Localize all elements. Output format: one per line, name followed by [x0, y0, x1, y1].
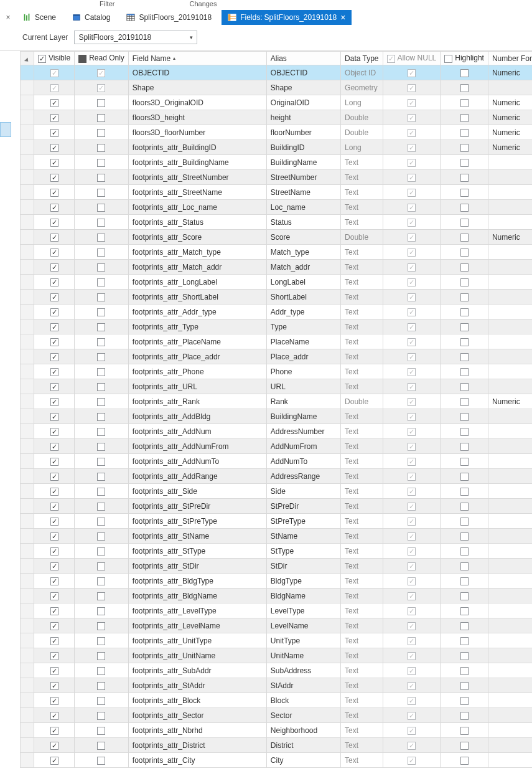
readonly-cell[interactable] [75, 559, 129, 574]
table-row[interactable]: footprints_attr_TypeTypeText [21, 319, 533, 334]
fieldname-cell[interactable]: footprints_attr_BuildingID [128, 140, 266, 155]
checkbox-icon[interactable] [50, 652, 58, 660]
fieldname-cell[interactable]: footprints_attr_BldgType [128, 574, 266, 589]
highlight-cell[interactable] [441, 469, 488, 484]
checkbox-icon[interactable] [97, 488, 105, 496]
readonly-cell[interactable] [75, 185, 129, 200]
checkbox-icon[interactable] [97, 129, 105, 137]
checkbox-icon[interactable] [408, 159, 416, 167]
allownull-cell[interactable] [383, 454, 441, 469]
row-selector[interactable] [21, 170, 34, 185]
checkbox-icon[interactable] [97, 428, 105, 436]
datatype-cell[interactable]: Text [341, 693, 383, 708]
numberformat-cell[interactable] [488, 305, 532, 319]
checkbox-icon[interactable] [460, 667, 469, 675]
checkbox-icon[interactable] [97, 562, 105, 570]
checkbox-icon[interactable] [460, 323, 469, 331]
checkbox-icon[interactable] [97, 293, 105, 301]
checkbox-icon[interactable] [460, 607, 469, 615]
fieldname-cell[interactable]: floors3D_OriginalOID [128, 95, 266, 110]
checkbox-icon[interactable] [460, 742, 469, 750]
checkbox-icon[interactable] [460, 278, 469, 286]
readonly-cell[interactable] [75, 260, 129, 275]
checkbox-icon[interactable] [408, 727, 416, 735]
checkbox-icon[interactable] [408, 532, 416, 541]
fieldname-cell[interactable]: footprints_attr_Rank [128, 394, 266, 409]
checkbox-icon[interactable] [50, 622, 58, 630]
table-row[interactable]: footprints_attr_LevelNameLevelNameText [21, 618, 533, 633]
fieldname-cell[interactable]: footprints_attr_URL [128, 379, 266, 394]
checkbox-icon[interactable] [408, 757, 416, 765]
row-selector[interactable] [21, 319, 34, 334]
checkbox-icon[interactable] [97, 592, 105, 600]
checkbox-icon[interactable] [97, 637, 105, 645]
highlight-cell[interactable] [441, 364, 488, 379]
readonly-cell[interactable] [75, 290, 129, 305]
row-selector[interactable] [21, 499, 34, 514]
alias-cell[interactable]: Status [266, 215, 340, 230]
checkbox-icon[interactable] [460, 204, 469, 212]
visible-cell[interactable] [34, 80, 75, 95]
datatype-cell[interactable]: Text [341, 245, 383, 260]
readonly-cell[interactable] [75, 544, 129, 559]
datatype-cell[interactable]: Text [341, 424, 383, 439]
datatype-cell[interactable]: Text [341, 648, 383, 663]
highlight-cell[interactable] [441, 678, 488, 693]
table-row[interactable]: footprints_attr_AddNumFromAddNumFromText [21, 439, 533, 454]
checkbox-icon[interactable] [97, 712, 105, 720]
checkbox-icon[interactable] [97, 323, 105, 331]
readonly-cell[interactable] [75, 275, 129, 290]
col-numberformat[interactable]: Number Format [488, 52, 532, 65]
visible-cell[interactable] [34, 170, 75, 185]
row-selector[interactable] [21, 574, 34, 589]
table-row[interactable]: footprints_attr_ScoreScoreDoubleNumeric [21, 230, 533, 245]
readonly-cell[interactable] [75, 334, 129, 349]
visible-cell[interactable] [34, 603, 75, 618]
checkbox-icon[interactable] [460, 114, 469, 122]
table-row[interactable]: floors3D_floorNumberfloorNumberDoubleNum… [21, 125, 533, 140]
highlight-cell[interactable] [441, 334, 488, 349]
table-row[interactable]: footprints_attr_ShortLabelShortLabelText [21, 290, 533, 305]
row-selector[interactable] [21, 260, 34, 275]
checkbox-icon[interactable] [50, 293, 58, 301]
numberformat-cell[interactable] [488, 708, 532, 723]
checkbox-icon[interactable] [97, 338, 105, 346]
alias-cell[interactable]: BuildingName [266, 155, 340, 170]
checkbox-icon[interactable] [50, 607, 58, 615]
highlight-cell[interactable] [441, 379, 488, 394]
checkbox-icon[interactable] [460, 129, 469, 137]
table-row[interactable]: footprints_attr_URLURLText [21, 379, 533, 394]
checkbox-icon[interactable] [460, 219, 469, 227]
fieldname-cell[interactable]: footprints_attr_AddNum [128, 424, 266, 439]
visible-cell[interactable] [34, 379, 75, 394]
checkbox-icon[interactable] [408, 99, 416, 107]
row-selector[interactable] [21, 110, 34, 125]
checkbox-icon[interactable] [97, 368, 105, 376]
highlight-cell[interactable] [441, 663, 488, 678]
col-datatype[interactable]: Data Type [341, 52, 383, 65]
datatype-cell[interactable]: Text [341, 215, 383, 230]
alias-cell[interactable]: Shape [266, 80, 340, 95]
datatype-cell[interactable]: Text [341, 633, 383, 648]
highlight-cell[interactable] [441, 95, 488, 110]
checkbox-icon[interactable] [408, 308, 416, 316]
checkbox-icon[interactable] [38, 55, 46, 63]
fieldname-cell[interactable]: footprints_attr_AddNumTo [128, 454, 266, 469]
checkbox-icon[interactable] [460, 622, 469, 630]
checkbox-icon[interactable] [50, 592, 58, 600]
readonly-cell[interactable] [75, 648, 129, 663]
row-selector[interactable] [21, 559, 34, 574]
datatype-cell[interactable]: Text [341, 559, 383, 574]
numberformat-cell[interactable] [488, 155, 532, 170]
close-icon[interactable]: × [4, 13, 12, 22]
highlight-cell[interactable] [441, 589, 488, 603]
fieldname-cell[interactable]: footprints_attr_StreetNumber [128, 170, 266, 185]
alias-cell[interactable]: Place_addr [266, 349, 340, 364]
alias-cell[interactable]: Block [266, 693, 340, 708]
col-highlight[interactable]: Highlight [441, 52, 488, 65]
readonly-cell[interactable] [75, 469, 129, 484]
checkbox-icon[interactable] [460, 592, 469, 600]
row-selector[interactable] [21, 633, 34, 648]
alias-cell[interactable]: BldgType [266, 574, 340, 589]
table-row[interactable]: footprints_attr_Place_addrPlace_addrText [21, 349, 533, 364]
